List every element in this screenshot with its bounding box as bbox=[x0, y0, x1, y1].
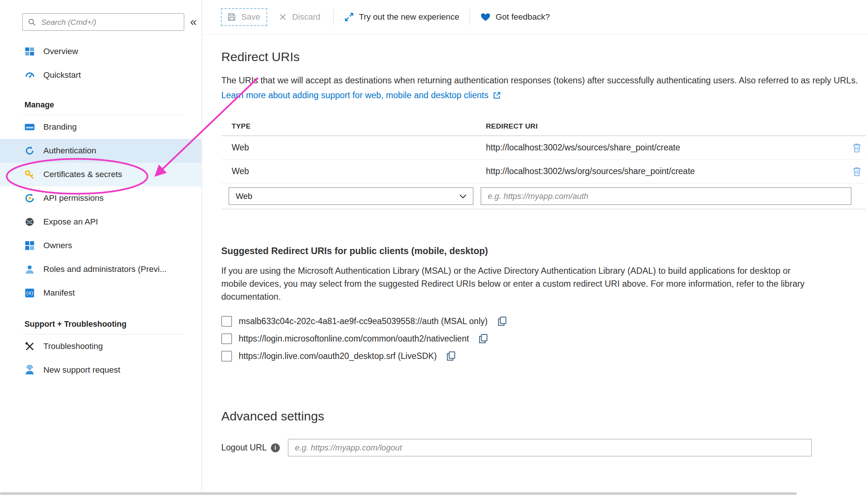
copy-icon bbox=[478, 333, 489, 344]
try-new-label: Try out the new experience bbox=[359, 12, 460, 22]
copy-uri-button[interactable] bbox=[478, 333, 489, 344]
advanced-settings-title: Advanced settings bbox=[221, 409, 868, 423]
sidebar-item-manifest[interactable]: {0} Manifest bbox=[0, 281, 201, 305]
suggested-uri-checkbox[interactable] bbox=[221, 333, 232, 344]
sidebar-item-api-permissions[interactable]: API permissions bbox=[0, 186, 201, 210]
svg-text:{0}: {0} bbox=[26, 291, 33, 296]
copy-uri-button[interactable] bbox=[497, 316, 508, 327]
sidebar-item-branding[interactable]: www Branding bbox=[0, 115, 201, 139]
sidebar-item-owners[interactable]: Owners bbox=[0, 234, 201, 257]
authentication-icon bbox=[24, 146, 35, 156]
sidebar-item-label: API permissions bbox=[43, 193, 104, 203]
scrollbar-thumb[interactable] bbox=[0, 492, 797, 495]
suggested-uri-label: msalb633c04c-202c-4a81-ae9f-cc9ea5039558… bbox=[239, 316, 488, 326]
uri-value-cell: http://localhost:3002/ws/org/sources/sha… bbox=[486, 166, 851, 176]
sidebar-item-label: Overview bbox=[43, 47, 78, 56]
feedback-button[interactable]: Got feedback? bbox=[480, 12, 550, 22]
info-icon[interactable]: i bbox=[271, 443, 280, 452]
sidebar-item-overview[interactable]: Overview bbox=[0, 40, 201, 63]
logout-url-input[interactable] bbox=[288, 439, 812, 456]
learn-more-label: Learn more about adding support for web,… bbox=[221, 90, 488, 100]
external-link-icon bbox=[493, 91, 501, 100]
sidebar-item-label: New support request bbox=[43, 365, 120, 375]
search-icon bbox=[28, 18, 36, 26]
suggested-uri-row: https://login.microsoftonline.com/common… bbox=[221, 333, 868, 344]
search-input[interactable] bbox=[40, 17, 179, 27]
suggested-uri-label: https://login.live.com/oauth20_desktop.s… bbox=[239, 351, 437, 361]
save-button[interactable]: Save bbox=[221, 8, 267, 26]
suggested-uri-row: msalb633c04c-202c-4a81-ae9f-cc9ea5039558… bbox=[221, 316, 868, 327]
suggested-uri-label: https://login.microsoftonline.com/common… bbox=[239, 334, 469, 344]
uri-type-cell: Web bbox=[221, 143, 486, 153]
save-label: Save bbox=[241, 12, 260, 22]
manifest-icon: {0} bbox=[24, 288, 35, 298]
sidebar-item-certificates-secrets[interactable]: Certificates & secrets bbox=[0, 163, 201, 186]
toolbar-separator bbox=[470, 9, 470, 25]
column-header-redirect-uri: REDIRECT URI bbox=[486, 122, 865, 130]
column-header-type: TYPE bbox=[221, 122, 486, 130]
try-new-experience-button[interactable]: Try out the new experience bbox=[344, 12, 460, 22]
trash-icon bbox=[851, 142, 862, 153]
sidebar-nav: Overview Quickstart Manage www Branding … bbox=[0, 40, 201, 382]
sidebar-section-header-manage: Manage bbox=[22, 100, 184, 115]
owners-icon bbox=[24, 240, 35, 251]
sidebar-item-expose-api[interactable]: Expose an API bbox=[0, 210, 201, 234]
sidebar-item-label: Quickstart bbox=[43, 70, 81, 80]
sidebar-item-label: Authentication bbox=[43, 146, 96, 156]
toolbar-separator bbox=[333, 9, 334, 25]
delete-uri-button[interactable] bbox=[851, 166, 862, 177]
key-icon bbox=[24, 169, 35, 180]
horizontal-scrollbar[interactable] bbox=[0, 492, 868, 496]
chevron-down-icon bbox=[459, 194, 467, 199]
trash-icon bbox=[851, 166, 862, 177]
sidebar-item-troubleshooting[interactable]: Troubleshooting bbox=[0, 334, 201, 358]
sidebar-item-authentication[interactable]: Authentication bbox=[0, 139, 201, 163]
discard-label: Discard bbox=[292, 12, 320, 22]
sidebar-item-roles-administrators[interactable]: Roles and administrators (Previ... bbox=[0, 257, 201, 281]
learn-more-link[interactable]: Learn more about adding support for web,… bbox=[221, 90, 501, 100]
sidebar-item-label: Certificates & secrets bbox=[43, 170, 122, 179]
command-bar: Save Discard Try out the new experience … bbox=[202, 0, 868, 34]
uri-type-select[interactable]: Web bbox=[229, 187, 473, 205]
redirect-uri-table: TYPE REDIRECT URI Web http://localhost:3… bbox=[221, 117, 865, 209]
discard-x-icon bbox=[278, 13, 287, 21]
sidebar-item-label: Troubleshooting bbox=[43, 342, 103, 351]
sidebar-item-quickstart[interactable]: Quickstart bbox=[0, 63, 201, 87]
api-permissions-icon bbox=[24, 193, 35, 203]
page-title: Redirect URIs bbox=[221, 50, 868, 64]
support-person-icon bbox=[24, 365, 35, 375]
sidebar-item-label: Manifest bbox=[43, 288, 75, 298]
copy-uri-button[interactable] bbox=[445, 350, 457, 362]
selected-type-label: Web bbox=[236, 192, 252, 201]
copy-icon bbox=[497, 316, 508, 327]
new-uri-input[interactable] bbox=[481, 187, 851, 205]
copy-icon bbox=[445, 350, 457, 362]
main-content: Redirect URIs The URIs that we will acce… bbox=[202, 35, 868, 492]
roles-icon bbox=[24, 264, 35, 274]
suggested-uris-title: Suggested Redirect URIs for public clien… bbox=[221, 246, 868, 256]
sidebar-collapse-button[interactable]: « bbox=[190, 13, 197, 30]
table-row: Web http://localhost:3002/ws/org/sources… bbox=[221, 160, 865, 183]
redirect-uri-description: The URIs that we will accept as destinat… bbox=[221, 74, 865, 87]
overview-icon bbox=[24, 46, 35, 57]
table-row: Web http://localhost:3002/ws/sources/sha… bbox=[221, 136, 865, 160]
sidebar-item-label: Roles and administrators (Previ... bbox=[43, 264, 167, 274]
suggested-uri-checkbox[interactable] bbox=[221, 316, 232, 327]
branding-icon: www bbox=[24, 122, 35, 132]
sidebar-section-header-support: Support + Troubleshooting bbox=[22, 320, 184, 334]
suggested-uri-row: https://login.live.com/oauth20_desktop.s… bbox=[221, 350, 868, 362]
svg-text:www: www bbox=[26, 126, 33, 129]
suggested-uri-checkbox[interactable] bbox=[221, 351, 232, 362]
discard-button[interactable]: Discard bbox=[278, 12, 320, 22]
sidebar-search-row: « bbox=[22, 13, 197, 31]
uri-type-cell: Web bbox=[221, 166, 486, 176]
heart-icon bbox=[480, 12, 491, 22]
search-box[interactable] bbox=[22, 13, 184, 31]
azure-app-authentication-page: « Overview Quickstart Manage www Brandin… bbox=[0, 0, 868, 496]
new-uri-row: Web bbox=[221, 183, 865, 209]
troubleshooting-icon bbox=[24, 341, 35, 352]
logout-url-row: Logout URL i bbox=[221, 439, 868, 456]
feedback-label: Got feedback? bbox=[496, 12, 550, 22]
sidebar-item-new-support-request[interactable]: New support request bbox=[0, 358, 201, 382]
delete-uri-button[interactable] bbox=[851, 142, 862, 153]
